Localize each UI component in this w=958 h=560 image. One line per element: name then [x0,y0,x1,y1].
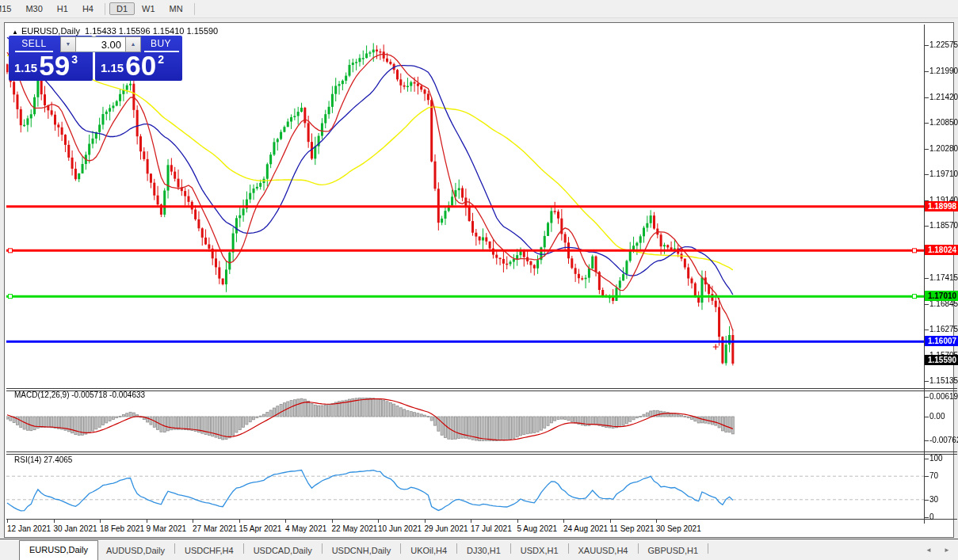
lot-size-input[interactable] [76,36,125,52]
date-axis-label: 10 Jun 2021 [378,524,422,533]
tab-usdcad-daily[interactable]: USDCAD,Daily [246,543,320,560]
macd-axis-label: 0.006193 [929,391,958,402]
ask-price-sup: 2 [158,53,164,66]
macd-axis-label: -0.007621 [929,435,958,445]
buy-button[interactable]: BUY [139,38,182,49]
date-axis-label: 24 Aug 2021 [563,524,608,533]
tab-usdchf-h4[interactable]: USDCHF,H4 [177,543,242,560]
rsi-axis-label: 0 [929,512,934,522]
tab-eurusd-daily[interactable]: EURUSD,Daily [19,540,98,560]
tab-usdcnh-daily[interactable]: USDCNH,Daily [324,543,399,560]
lot-decrease-button[interactable]: ▼ [60,36,76,52]
tab-usdx-h1[interactable]: USDX,H1 [513,543,567,560]
bid-price-big: 59 [39,54,70,78]
chart-header: ▲EURUSD,Daily 1.15433 1.15596 1.15410 1.… [12,26,218,36]
price-chart-canvas[interactable] [6,25,957,524]
price-axis-label: 1.21990 [929,66,958,76]
date-axis-label: 15 Apr 2021 [239,524,282,533]
collapse-panel-icon[interactable]: ▲ [12,29,18,36]
toolbar-separator [105,3,105,15]
tf-mn-button[interactable]: MN [162,2,190,15]
tf-m15-button[interactable]: M15 [0,2,18,15]
tab-ukoil-h4[interactable]: UKOil,H4 [403,543,455,560]
macd-axis-label: 0.00 [929,411,945,421]
timeframe-toolbar: M15 M30H1H4D1W1MN [0,0,958,18]
date-axis-label: 30 Jan 2021 [54,524,97,533]
chart-symbol-title: EURUSD,Daily [21,26,80,36]
tab-separator [400,543,401,554]
price-axis-label: 1.18570 [929,220,958,230]
price-axis-label: 1.19710 [929,169,958,179]
date-axis-label: 5 Aug 2021 [517,524,558,533]
mt4-window: M15 M30H1H4D1W1MN ▲EURUSD,Daily 1.15433 … [0,0,958,560]
chart-ohlc-values: 1.15433 1.15596 1.15410 1.15590 [85,26,218,36]
tf-w1-button[interactable]: W1 [135,2,162,15]
one-click-trading-panel: SELL 1.15 59 3 BUY 1.15 60 2 ▼ [9,36,185,81]
tab-separator [638,543,639,554]
toolbar-separator [194,3,195,15]
rsi-axis-label: 100 [929,453,943,463]
price-axis-label: 1.15135 [929,375,958,386]
bid-price: 1.15 59 3 [9,51,93,81]
tab-scroll-left-icon[interactable]: ◄ [926,547,932,554]
tf-d1-button[interactable]: D1 [109,2,135,15]
date-axis-label: 11 Sep 2021 [610,524,655,533]
tab-xauusd-h4[interactable]: XAUUSD,H4 [571,543,636,560]
macd-indicator-label: MACD(12,26,9) -0.005718 -0.004633 [14,390,145,399]
price-level-badge: 1.16007 [925,336,958,346]
date-axis-label: 12 Jan 2021 [7,524,51,533]
chart-tabs: EURUSD,DailyAUDUSD,DailyUSDCHF,H4USDCAD,… [19,539,710,560]
rsi-indicator-label: RSI(14) 27.4065 [14,455,72,464]
lot-increase-button[interactable]: ▲ [125,36,141,52]
date-axis-label: 22 May 2021 [332,524,378,533]
date-axis-label: 27 Mar 2021 [193,524,237,533]
price-axis-label: 1.16275 [929,324,958,334]
date-axis-label: 18 Feb 2021 [100,524,144,533]
date-axis-label: 17 Jul 2021 [471,524,512,533]
price-axis-label: 1.17415 [929,272,958,283]
tab-separator [456,543,457,554]
price-level-badge: 1.15590 [925,355,958,365]
price-axis-label: 1.22575 [929,40,958,50]
tf-h1-button[interactable]: H1 [50,2,75,15]
date-axis-label: 29 Jun 2021 [425,524,468,533]
sell-button[interactable]: SELL [9,38,59,49]
date-axis-label: 9 Mar 2021 [147,524,187,533]
price-axis-label: 1.20280 [929,143,958,154]
price-axis-label: 1.20850 [929,117,958,128]
tab-separator [322,543,323,554]
ask-price: 1.15 60 2 [95,51,182,81]
rsi-axis-label: 70 [929,470,938,481]
bid-price-small: 1.15 [14,61,37,74]
tab-dj30-h1[interactable]: DJ30,H1 [459,543,509,560]
price-level-badge: 1.18998 [925,201,958,211]
bid-price-sup: 3 [71,53,78,66]
ask-price-small: 1.15 [101,61,124,74]
tab-separator [174,543,175,554]
price-level-badge: 1.18024 [925,245,958,255]
chart-window: ▲EURUSD,Daily 1.15433 1.15596 1.15410 1.… [4,22,954,538]
tf-m30-button[interactable]: M30 [18,2,49,15]
date-axis-label: 30 Sep 2021 [656,524,701,533]
tab-separator [510,543,511,554]
tab-separator [568,543,569,554]
ask-price-big: 60 [125,54,156,78]
tab-separator [708,543,708,554]
tab-scroll-right-icon[interactable]: ► [944,547,950,554]
tab-audusd-daily[interactable]: AUDUSD,Daily [98,543,173,560]
chart-tab-bar: EURUSD,DailyAUDUSD,DailyUSDCHF,H4USDCAD,… [0,539,958,560]
date-axis-label: 4 May 2021 [285,524,326,533]
rsi-axis-label: 30 [929,494,938,505]
price-level-badge: 1.17010 [925,291,958,301]
tab-gbpusd-h1[interactable]: GBPUSD,H1 [640,543,707,560]
price-axis-label: 1.21420 [929,92,958,102]
tf-h4-button[interactable]: H4 [75,2,101,15]
tab-separator [243,543,244,554]
lot-size-control: ▼ ▲ [60,36,141,52]
